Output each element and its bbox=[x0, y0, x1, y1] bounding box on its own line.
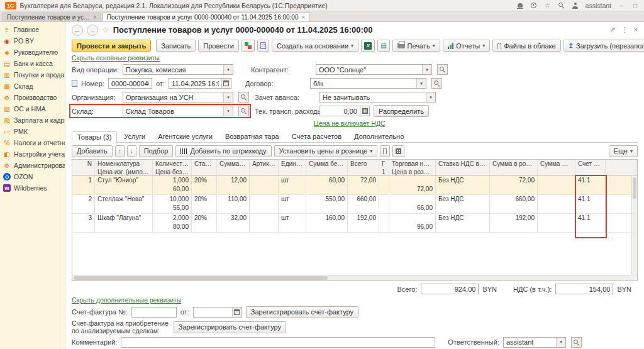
back-arrow-icon[interactable]: ← bbox=[72, 25, 83, 36]
cloud-files-button[interactable]: Файлы в облаке bbox=[492, 40, 560, 52]
minimize-icon[interactable]: – bbox=[618, 2, 625, 9]
invoice-number-field[interactable] bbox=[131, 307, 177, 318]
number-field[interactable] bbox=[108, 78, 152, 89]
sidebar-item-po-by[interactable]: ◉PO.BY bbox=[0, 35, 65, 47]
calendar-icon[interactable] bbox=[232, 307, 242, 317]
post-button[interactable]: Провести bbox=[198, 40, 239, 52]
current-user-label[interactable]: assistant bbox=[586, 2, 611, 9]
create-based-on-button[interactable]: Создать на основании▾ bbox=[272, 40, 358, 52]
organization-open-icon[interactable] bbox=[238, 92, 249, 102]
related-documents-button[interactable] bbox=[257, 40, 269, 52]
get-link-icon[interactable]: ↗ bbox=[609, 26, 615, 34]
contract-open-icon[interactable] bbox=[431, 78, 442, 89]
table-settings-button[interactable] bbox=[392, 145, 404, 157]
comment-field[interactable] bbox=[121, 337, 435, 348]
calc-grid-icon[interactable] bbox=[360, 106, 369, 116]
notifications-bell-icon[interactable] bbox=[516, 2, 524, 9]
invoice-date-input[interactable] bbox=[194, 307, 232, 317]
dropdown-arrow-icon[interactable]: ▾ bbox=[416, 79, 426, 88]
sidebar-item-warehouse[interactable]: ▦Склад bbox=[0, 80, 65, 92]
invoice-number-input[interactable] bbox=[132, 307, 176, 317]
tab-close-icon[interactable]: × bbox=[93, 14, 97, 21]
close-form-icon[interactable]: × bbox=[634, 26, 638, 34]
date-input[interactable] bbox=[169, 79, 221, 88]
transport-costs-field[interactable] bbox=[319, 106, 370, 116]
date-field[interactable] bbox=[169, 78, 231, 89]
counterparty-open-icon[interactable] bbox=[437, 64, 448, 75]
dropdown-arrow-icon[interactable]: ▾ bbox=[223, 65, 233, 74]
write-button[interactable]: Записать bbox=[156, 40, 196, 52]
forward-arrow-icon[interactable]: → bbox=[87, 25, 98, 36]
dropdown-arrow-icon[interactable]: ▾ bbox=[422, 65, 431, 74]
restore-window-icon[interactable]: □ bbox=[631, 2, 639, 9]
table-more-button[interactable]: Еще▾ bbox=[609, 145, 638, 157]
history-icon[interactable] bbox=[530, 2, 538, 9]
tab-goods[interactable]: Товары (3) bbox=[72, 131, 117, 143]
load-from-file-button[interactable]: ↥Загрузить (перезаполнить) из файла bbox=[564, 40, 644, 52]
sidebar-item-ozon[interactable]: OOZON bbox=[0, 171, 65, 182]
reports-button[interactable]: Отчеты▾ bbox=[443, 40, 491, 52]
contract-input[interactable] bbox=[311, 79, 416, 88]
window-tab-receipt-list[interactable]: Поступление товаров и услуг × bbox=[3, 13, 101, 21]
sidebar-item-main[interactable]: ≡Главное bbox=[0, 24, 65, 35]
show-postings-button[interactable] bbox=[242, 40, 255, 52]
warehouse-field[interactable]: ▾ bbox=[123, 106, 233, 116]
register-invoice-button[interactable]: Зарегистрировать счет-фактуру bbox=[246, 306, 358, 318]
operation-kind-input[interactable] bbox=[123, 65, 223, 74]
sidebar-item-accounting-settings[interactable]: ◧Настройки учета bbox=[0, 148, 65, 160]
dropdown-arrow-icon[interactable]: ▾ bbox=[426, 92, 435, 102]
responsible-input[interactable] bbox=[504, 338, 556, 347]
table-row[interactable]: 1 Стул "Юниор" 1,00060,00 20% 12,00 шт 6… bbox=[72, 176, 637, 195]
table-row[interactable]: 3 Шкаф "Лагуна" 2,00080,00 20% 32,00 шт … bbox=[72, 214, 637, 233]
sidebar-item-purchases-sales[interactable]: ▥Покупки и продажи bbox=[0, 69, 65, 80]
hide-additional-requisites-link[interactable]: Скрыть дополнительные реквизиты bbox=[72, 296, 181, 304]
responsible-open-icon[interactable] bbox=[571, 337, 582, 348]
print-button[interactable]: Печать▾ bbox=[392, 40, 440, 52]
add-by-barcode-button[interactable]: Добавить по штрихкоду bbox=[175, 145, 271, 157]
tab-close-icon[interactable]: × bbox=[302, 14, 306, 21]
advance-offset-input[interactable] bbox=[320, 92, 426, 102]
tab-settlement-accounts[interactable]: Счета расчетов bbox=[286, 131, 347, 142]
transport-costs-input[interactable] bbox=[320, 106, 360, 116]
calendar-icon[interactable] bbox=[221, 79, 231, 88]
hide-main-requisites-link[interactable]: Скрыть основные реквизиты bbox=[72, 54, 160, 62]
sidebar-item-administration[interactable]: ⚙Администрирование bbox=[0, 160, 65, 171]
counterparty-input[interactable] bbox=[316, 65, 422, 74]
vat-price-link[interactable]: Цена не включает НДС bbox=[314, 119, 386, 127]
sidebar-item-manager[interactable]: ◈Руководителю bbox=[0, 47, 65, 58]
organization-field[interactable]: ▾ bbox=[123, 92, 233, 102]
dropdown-arrow-icon[interactable]: ▾ bbox=[223, 92, 233, 102]
sidebar-item-rmk[interactable]: ▭РМК bbox=[0, 126, 65, 137]
sidebar-item-production[interactable]: ⚙Производство bbox=[0, 92, 65, 103]
warehouse-open-icon[interactable] bbox=[238, 106, 249, 116]
vertical-scrollbar[interactable] bbox=[631, 176, 637, 275]
horizontal-scrollbar[interactable] bbox=[72, 275, 637, 280]
set-retail-prices-button[interactable]: Установить цены в рознице▾ bbox=[274, 145, 378, 157]
sidebar-item-taxes[interactable]: %Налоги и отчетность bbox=[0, 137, 65, 148]
tab-additional[interactable]: Дополнительно bbox=[348, 131, 409, 142]
add-row-button[interactable]: Добавить bbox=[72, 145, 113, 157]
tab-returnable-packaging[interactable]: Возвратная тара bbox=[219, 131, 285, 142]
sidebar-item-bank-cash[interactable]: ▤Банк и касса bbox=[0, 58, 65, 69]
counterparty-field[interactable]: ▾ bbox=[316, 64, 432, 75]
tab-agent-services[interactable]: Агентские услуги bbox=[152, 131, 218, 142]
distribute-button[interactable]: Распределить bbox=[374, 105, 429, 117]
dropdown-arrow-icon[interactable]: ▾ bbox=[556, 338, 565, 347]
window-tab-receipt-doc[interactable]: Поступление товаров и услуг 0000-000040 … bbox=[103, 13, 310, 21]
export-sheet-button[interactable]: ▤ bbox=[377, 40, 389, 52]
register-purchase-invoice-button[interactable]: Зарегистрировать счет-фактуру bbox=[174, 321, 286, 333]
comment-input[interactable] bbox=[121, 338, 435, 347]
operation-kind-field[interactable]: ▾ bbox=[123, 64, 233, 75]
warehouse-input[interactable] bbox=[123, 106, 223, 116]
table-row[interactable]: 2 Стеллаж "Нова" 10,00055,00 20% 110,00 … bbox=[72, 195, 637, 214]
sidebar-item-fixed-assets[interactable]: ▧ОС и НМА bbox=[0, 103, 65, 114]
attach-button[interactable] bbox=[380, 145, 390, 157]
sidebar-item-salary-hr[interactable]: ▨Зарплата и кадры bbox=[0, 114, 65, 126]
tab-services[interactable]: Услуги bbox=[118, 131, 151, 142]
move-down-button[interactable]: ↓ bbox=[127, 145, 136, 157]
number-input[interactable] bbox=[109, 79, 152, 88]
responsible-field[interactable]: ▾ bbox=[503, 337, 566, 348]
contract-field[interactable]: ▾ bbox=[310, 78, 426, 89]
pick-button[interactable]: Подбор bbox=[139, 145, 174, 157]
favorite-star-icon[interactable]: ☆ bbox=[102, 25, 109, 35]
